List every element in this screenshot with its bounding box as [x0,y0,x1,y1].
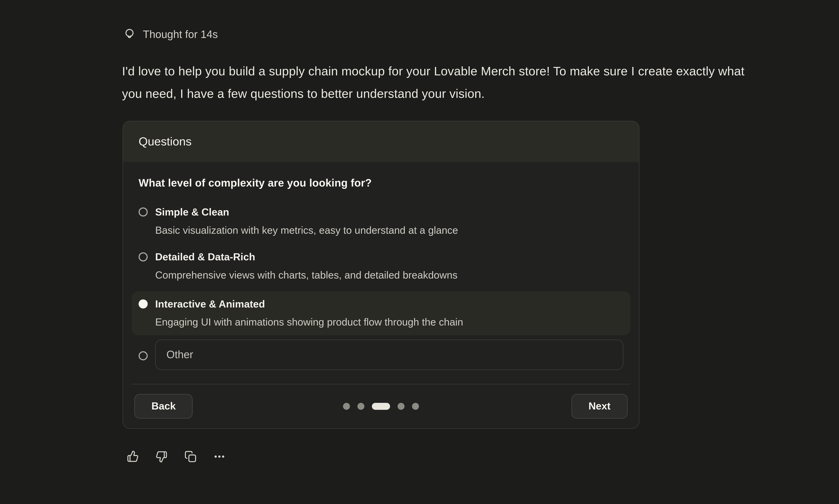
option-detailed-data-rich[interactable]: Detailed & Data-Rich Comprehensive views… [132,244,630,288]
questions-card-header: Questions [123,121,639,162]
message-actions [126,450,226,463]
copy-button[interactable] [184,450,197,463]
ellipsis-icon [213,450,226,463]
questions-card-body: What level of complexity are you looking… [123,162,639,384]
option-title: Simple & Clean [155,206,458,219]
copy-icon [184,450,197,463]
question-text: What level of complexity are you looking… [139,176,623,190]
pagination-dot[interactable] [357,403,365,410]
next-button[interactable]: Next [572,394,628,419]
option-title: Interactive & Animated [155,298,463,311]
pagination-dot[interactable] [398,403,405,410]
radio-icon[interactable] [139,208,147,216]
option-interactive-animated[interactable]: Interactive & Animated Engaging UI with … [132,291,630,335]
radio-icon[interactable] [139,351,147,360]
radio-icon[interactable] [139,252,147,261]
questions-card-footer: Back Next [123,384,639,428]
option-description: Basic visualization with key metrics, ea… [155,224,458,237]
option-description: Comprehensive views with charts, tables,… [155,269,457,282]
thumbs-up-button[interactable] [126,450,139,463]
questions-card: Questions What level of complexity are y… [123,121,640,429]
option-other[interactable] [132,340,630,370]
pagination-dot-active[interactable] [372,403,390,410]
option-simple-clean[interactable]: Simple & Clean Basic visualization with … [132,199,630,243]
assistant-message: I'd love to help you build a supply chai… [122,60,752,105]
chat-message-view: Thought for 14s I'd love to help you bui… [0,0,839,504]
thumbs-up-icon [126,450,139,463]
more-options-button[interactable] [213,450,226,463]
option-title: Detailed & Data-Rich [155,251,457,264]
thought-summary-toggle[interactable]: Thought for 14s [123,28,218,41]
pagination-dots [343,403,419,410]
thumbs-down-button[interactable] [155,450,168,463]
back-button[interactable]: Back [134,394,193,419]
other-input[interactable] [155,340,623,370]
radio-icon[interactable] [139,300,147,308]
card-title: Questions [139,135,192,148]
option-description: Engaging UI with animations showing prod… [155,316,463,329]
pagination-dot[interactable] [412,403,419,410]
thought-label: Thought for 14s [143,28,218,40]
thumbs-down-icon [155,450,168,463]
pagination-dot[interactable] [343,403,350,410]
lightbulb-icon [123,28,136,41]
